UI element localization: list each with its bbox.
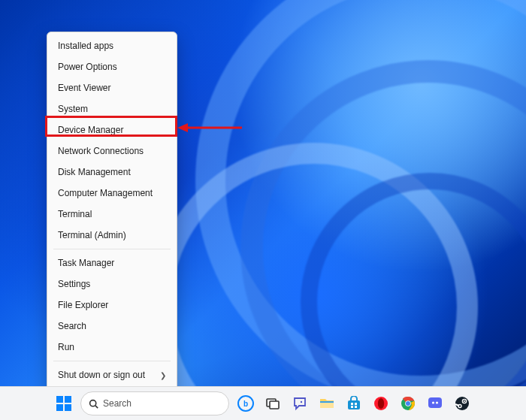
menu-item-label: Device Manager (58, 125, 123, 135)
menu-item-power-options[interactable]: Power Options (47, 56, 177, 77)
menu-item-label: Network Connections (58, 146, 144, 156)
svg-rect-3 (65, 396, 71, 403)
menu-item-run[interactable]: Run (47, 337, 177, 358)
svg-rect-12 (320, 401, 334, 403)
menu-item-device-manager[interactable]: Device Manager (47, 119, 177, 141)
menu-item-label: Power Options (58, 62, 117, 72)
chrome-icon[interactable] (398, 393, 419, 414)
menu-item-task-manager[interactable]: Task Manager (47, 252, 177, 273)
taskbar: Search b (0, 386, 526, 420)
svg-point-10 (301, 401, 302, 403)
svg-rect-5 (65, 404, 71, 411)
opera-icon[interactable] (370, 393, 391, 414)
taskbar-search-box[interactable]: Search (80, 391, 229, 415)
menu-item-installed-apps[interactable]: Installed apps (47, 35, 177, 56)
svg-rect-23 (428, 397, 442, 408)
menu-item-label: File Explorer (58, 300, 108, 310)
menu-item-label: Run (58, 342, 74, 352)
svg-point-19 (378, 398, 384, 409)
svg-point-22 (406, 401, 410, 406)
svg-point-28 (464, 400, 465, 402)
winx-context-menu: Installed appsPower OptionsEvent ViewerS… (47, 32, 177, 410)
svg-rect-13 (348, 400, 360, 409)
chat-icon[interactable] (289, 393, 310, 414)
menu-item-label: Terminal (Admin) (58, 230, 126, 240)
svg-rect-17 (355, 406, 357, 408)
menu-item-label: System (58, 104, 88, 114)
menu-item-label: Settings (58, 279, 90, 289)
menu-item-label: Terminal (58, 209, 92, 219)
start-icon[interactable] (53, 393, 74, 414)
svg-point-25 (436, 401, 438, 403)
svg-rect-14 (351, 403, 353, 405)
chevron-right-icon: ❯ (160, 371, 166, 379)
store-icon[interactable] (343, 393, 364, 414)
svg-rect-4 (56, 404, 63, 411)
menu-item-event-viewer[interactable]: Event Viewer (47, 77, 177, 98)
svg-point-26 (455, 397, 469, 410)
menu-item-computer-management[interactable]: Computer Management (47, 183, 177, 204)
menu-item-settings[interactable]: Settings (47, 273, 177, 295)
task-view-icon[interactable] (262, 393, 283, 414)
menu-item-label: Disk Management (58, 167, 131, 177)
file-explorer-icon[interactable] (316, 393, 337, 414)
svg-point-24 (432, 401, 434, 403)
svg-rect-16 (351, 406, 353, 408)
menu-separator (53, 249, 171, 249)
menu-item-label: Installed apps (58, 41, 113, 51)
menu-item-label: Shut down or sign out (58, 370, 145, 380)
menu-item-system[interactable]: System (47, 98, 177, 119)
svg-point-6 (90, 400, 96, 406)
menu-item-search[interactable]: Search (47, 316, 177, 337)
menu-item-shut-down-or-sign-out[interactable]: Shut down or sign out❯ (47, 364, 177, 385)
menu-item-terminal[interactable]: Terminal (47, 204, 177, 225)
svg-rect-2 (56, 396, 63, 403)
menu-item-label: Computer Management (58, 188, 153, 198)
steam-icon[interactable] (452, 393, 473, 414)
menu-item-terminal-admin[interactable]: Terminal (Admin) (47, 225, 177, 246)
menu-item-label: Event Viewer (58, 83, 110, 93)
svg-rect-15 (355, 403, 357, 405)
menu-separator (53, 361, 171, 361)
menu-item-label: Task Manager (58, 258, 114, 268)
menu-item-file-explorer[interactable]: File Explorer (47, 295, 177, 316)
bing-icon[interactable]: b (235, 393, 256, 414)
svg-line-7 (95, 405, 98, 407)
svg-rect-9 (270, 401, 279, 409)
search-placeholder: Search (103, 398, 132, 409)
menu-item-disk-management[interactable]: Disk Management (47, 162, 177, 183)
discord-icon[interactable] (425, 393, 446, 414)
search-icon (89, 399, 98, 409)
menu-item-network-connections[interactable]: Network Connections (47, 141, 177, 162)
menu-item-label: Search (58, 321, 86, 331)
